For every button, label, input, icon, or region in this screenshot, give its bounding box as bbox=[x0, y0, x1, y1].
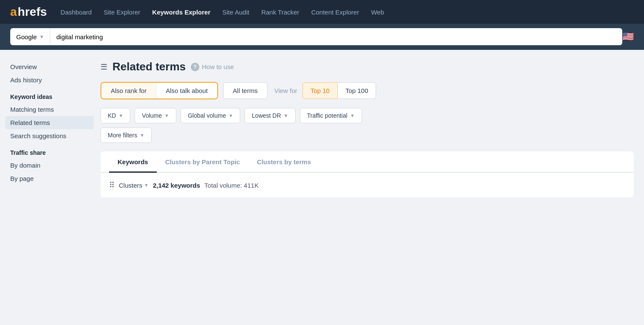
results-card: Keywords Clusters by Parent Topic Cluste… bbox=[101, 151, 634, 197]
more-filters-row: More filters ▼ bbox=[101, 128, 634, 143]
help-circle-icon: ? bbox=[191, 63, 199, 71]
nav-web[interactable]: Web bbox=[371, 9, 384, 16]
nav-links: Dashboard Site Explorer Keywords Explore… bbox=[60, 9, 634, 16]
sidebar-item-by-page[interactable]: By page bbox=[10, 172, 94, 185]
nav-site-explorer[interactable]: Site Explorer bbox=[104, 9, 140, 16]
sidebar-section-traffic-share: Traffic share bbox=[10, 142, 94, 159]
nav-keywords-explorer[interactable]: Keywords Explorer bbox=[152, 9, 210, 16]
logo[interactable]: ahrefs bbox=[10, 5, 47, 19]
tab-also-talk-about[interactable]: Also talk about bbox=[156, 83, 217, 99]
filter-lowest-dr-label: Lowest DR bbox=[252, 112, 281, 119]
clusters-label: Clusters bbox=[119, 182, 142, 189]
sidebar-item-related-terms[interactable]: Related terms bbox=[5, 116, 94, 129]
nav-dashboard[interactable]: Dashboard bbox=[60, 9, 92, 16]
page-header: ☰ Related terms ? How to use bbox=[101, 60, 634, 73]
help-label: How to use bbox=[202, 63, 234, 70]
search-input[interactable] bbox=[50, 28, 622, 45]
filter-global-volume[interactable]: Global volume ▼ bbox=[181, 108, 240, 123]
chevron-down-icon: ▼ bbox=[284, 113, 288, 118]
cluster-tab-terms[interactable]: Clusters by terms bbox=[248, 151, 319, 173]
help-button[interactable]: ? How to use bbox=[191, 63, 234, 71]
chevron-down-icon: ▼ bbox=[164, 113, 169, 118]
filter-lowest-dr[interactable]: Lowest DR ▼ bbox=[244, 108, 295, 123]
hamburger-icon[interactable]: ☰ bbox=[101, 62, 107, 72]
sidebar-section-keyword-ideas: Keyword ideas bbox=[10, 87, 94, 103]
cluster-tabs: Keywords Clusters by Parent Topic Cluste… bbox=[101, 151, 634, 173]
filter-kd[interactable]: KD ▼ bbox=[101, 108, 130, 123]
page-title: Related terms bbox=[112, 60, 186, 73]
chevron-down-icon: ▼ bbox=[140, 133, 144, 138]
sidebar: Overview Ads history Keyword ideas Match… bbox=[0, 50, 94, 324]
filter-more-label: More filters bbox=[108, 132, 137, 139]
filter-row: KD ▼ Volume ▼ Global volume ▼ Lowest DR … bbox=[101, 108, 634, 123]
filter-volume-label: Volume bbox=[142, 112, 162, 119]
sidebar-item-overview[interactable]: Overview bbox=[10, 60, 94, 73]
main-content: ☰ Related terms ? How to use Also rank f… bbox=[94, 50, 644, 324]
nav-rank-tracker[interactable]: Rank Tracker bbox=[261, 9, 299, 16]
tab-also-rank-for[interactable]: Also rank for bbox=[101, 83, 156, 99]
view-for-label: View for bbox=[274, 87, 297, 94]
filter-kd-label: KD bbox=[108, 112, 116, 119]
tab-section: Also rank for Also talk about All terms … bbox=[101, 82, 634, 99]
highlighted-tab-group: Also rank for Also talk about bbox=[101, 82, 218, 99]
chevron-down-icon: ▼ bbox=[350, 113, 355, 118]
cluster-tab-parent-topic[interactable]: Clusters by Parent Topic bbox=[157, 151, 249, 173]
cluster-row: ⠿ Clusters ▼ 2,142 keywords Total volume… bbox=[101, 173, 634, 197]
search-bar: Google ▼ 🇺🇸 bbox=[0, 24, 644, 50]
logo-a: a bbox=[10, 5, 17, 19]
main-layout: Overview Ads history Keyword ideas Match… bbox=[0, 50, 644, 324]
sidebar-item-by-domain[interactable]: By domain bbox=[10, 159, 94, 172]
cluster-tab-keywords[interactable]: Keywords bbox=[109, 151, 157, 173]
filter-traffic-potential[interactable]: Traffic potential ▼ bbox=[300, 108, 362, 123]
search-engine-selector[interactable]: Google ▼ bbox=[10, 28, 50, 45]
nav-content-explorer[interactable]: Content Explorer bbox=[311, 9, 359, 16]
cluster-dots-icon: ⠿ bbox=[109, 180, 115, 190]
keyword-count: 2,142 keywords bbox=[153, 182, 200, 189]
filter-more-filters[interactable]: More filters ▼ bbox=[101, 128, 152, 143]
chevron-down-icon: ▼ bbox=[228, 113, 233, 118]
tab-all-terms[interactable]: All terms bbox=[223, 82, 267, 99]
sidebar-item-matching-terms[interactable]: Matching terms bbox=[10, 103, 94, 116]
search-engine-label: Google bbox=[16, 33, 37, 41]
sidebar-item-ads-history[interactable]: Ads history bbox=[10, 73, 94, 87]
sidebar-item-search-suggestions[interactable]: Search suggestions bbox=[10, 129, 94, 142]
top-button-group: Top 10 Top 100 bbox=[302, 82, 376, 99]
filter-global-volume-label: Global volume bbox=[188, 112, 226, 119]
top-navigation: ahrefs Dashboard Site Explorer Keywords … bbox=[0, 0, 644, 24]
filter-volume[interactable]: Volume ▼ bbox=[135, 108, 176, 123]
logo-text: hrefs bbox=[18, 5, 47, 19]
chevron-down-icon: ▼ bbox=[39, 34, 44, 39]
chevron-down-icon: ▼ bbox=[118, 113, 123, 118]
top-100-button[interactable]: Top 100 bbox=[338, 82, 376, 99]
chevron-down-icon: ▼ bbox=[144, 183, 149, 188]
total-volume: Total volume: 411K bbox=[204, 182, 259, 189]
country-flag: 🇺🇸 bbox=[622, 31, 634, 42]
top-10-button[interactable]: Top 10 bbox=[302, 82, 338, 99]
nav-site-audit[interactable]: Site Audit bbox=[222, 9, 249, 16]
clusters-dropdown[interactable]: Clusters ▼ bbox=[119, 182, 149, 189]
filter-traffic-potential-label: Traffic potential bbox=[307, 112, 348, 119]
